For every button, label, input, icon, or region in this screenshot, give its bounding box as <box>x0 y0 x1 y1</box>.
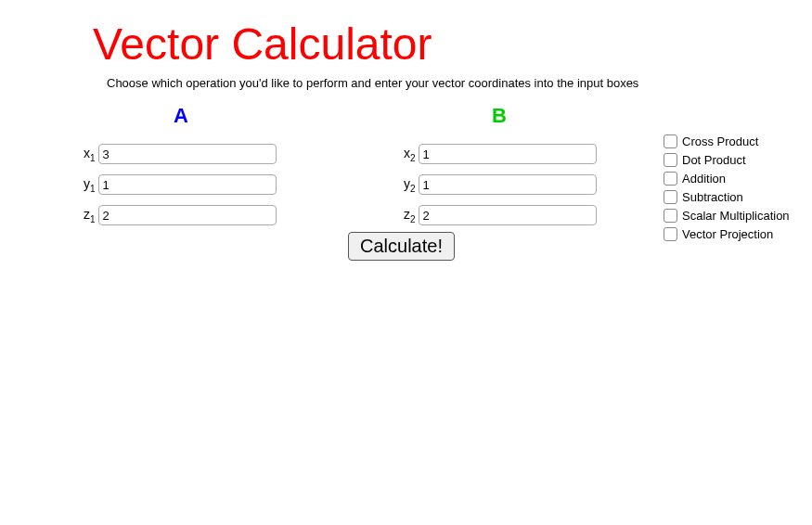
label-a-y: y1 <box>84 176 96 194</box>
page-title: Vector Calculator <box>93 19 432 70</box>
row-b-x: x2 <box>404 144 597 164</box>
op-scalar-multiplication: Scalar Multiplication <box>664 209 790 223</box>
label-b-x: x2 <box>404 146 416 163</box>
row-b-z: z2 <box>404 205 597 225</box>
checkbox-vector-projection[interactable] <box>664 227 677 241</box>
input-b-x[interactable] <box>419 144 597 164</box>
op-label: Cross Product <box>682 134 758 148</box>
op-addition: Addition <box>664 172 790 186</box>
input-b-z[interactable] <box>419 205 597 225</box>
label-a-z: z1 <box>84 207 96 224</box>
op-label: Vector Projection <box>682 227 773 241</box>
input-a-z[interactable] <box>98 205 277 225</box>
checkbox-subtraction[interactable] <box>664 190 677 204</box>
row-a-z: z1 <box>84 205 277 225</box>
calculate-button[interactable]: Calculate! <box>348 232 455 261</box>
vector-b-header: B <box>492 104 507 128</box>
checkbox-cross-product[interactable] <box>664 134 677 148</box>
op-cross-product: Cross Product <box>664 134 790 148</box>
checkbox-addition[interactable] <box>664 172 677 186</box>
op-label: Scalar Multiplication <box>682 209 790 223</box>
op-label: Addition <box>682 172 726 186</box>
row-a-y: y1 <box>84 174 277 195</box>
subtitle: Choose which operation you'd like to per… <box>107 76 638 90</box>
op-vector-projection: Vector Projection <box>664 227 790 241</box>
op-label: Subtraction <box>682 190 743 204</box>
op-subtraction: Subtraction <box>664 190 790 204</box>
vector-a-header: A <box>174 104 188 128</box>
input-a-x[interactable] <box>98 144 277 164</box>
checkbox-dot-product[interactable] <box>664 153 677 167</box>
op-label: Dot Product <box>682 153 746 167</box>
op-dot-product: Dot Product <box>664 153 790 167</box>
label-b-y: y2 <box>404 176 416 194</box>
row-b-y: y2 <box>404 174 597 195</box>
checkbox-scalar-multiplication[interactable] <box>664 209 677 223</box>
operations-panel: Cross Product Dot Product Addition Subtr… <box>664 134 790 241</box>
label-b-z: z2 <box>404 207 416 224</box>
row-a-x: x1 <box>84 144 277 164</box>
label-a-x: x1 <box>84 146 96 163</box>
input-a-y[interactable] <box>98 174 277 195</box>
input-b-y[interactable] <box>419 174 597 195</box>
